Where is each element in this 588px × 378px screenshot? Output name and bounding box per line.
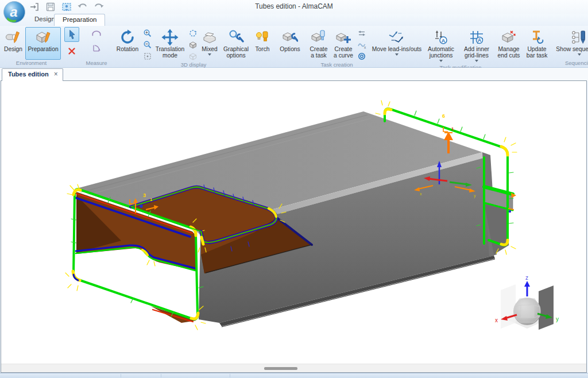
group-caption-selection (64, 60, 79, 67)
svg-text:a: a (10, 4, 17, 20)
group-caption-environment: Environment (2, 60, 61, 67)
horizontal-scrollbar[interactable] (1, 364, 586, 372)
zoom-fit-button[interactable] (142, 51, 153, 61)
preparation-box-pen-icon (34, 29, 52, 46)
curve-function-button[interactable]: x (356, 40, 367, 50)
rotation-button[interactable]: Rotation (114, 27, 141, 61)
dropdown-arrow-icon (475, 60, 478, 64)
rotation-icon (119, 29, 136, 46)
box-wrench-icon (282, 29, 298, 46)
ribbon-group-measure: Measure (82, 26, 111, 67)
graphical-options-label: Graphical options (222, 46, 250, 59)
dropdown-arrow-icon (395, 53, 399, 57)
lead-number-left: 3 (143, 192, 146, 198)
order-number-left: 1 (150, 197, 152, 202)
lead-number-right: 6 (442, 113, 445, 119)
move-lead-ins-outs-button[interactable]: Move lead-ins/outs (370, 27, 423, 64)
circle-target-button[interactable] (356, 51, 367, 61)
torch-button[interactable]: Torch (252, 27, 273, 61)
gizmo-z-label: z (525, 275, 528, 281)
automatic-junctions-button[interactable]: A Automatic junctions (424, 27, 458, 64)
status-separator (121, 374, 121, 377)
create-curve-button[interactable]: Create a curve (331, 27, 355, 61)
view-solid-mode-button[interactable] (187, 40, 198, 50)
lead-in-out-arrows-icon (387, 29, 407, 46)
document-tab-label: Tubes edition (8, 71, 49, 81)
dropdown-arrow-icon (578, 53, 581, 57)
viewport-3d[interactable]: 3 1 (1, 80, 587, 373)
update-bar-task-label: Update bar task (524, 46, 550, 59)
window-title: Tubes edition - AlmaCAM (0, 2, 588, 10)
torch-icon (255, 29, 270, 46)
select-cursor-button[interactable] (64, 27, 79, 42)
manage-end-cuts-label: Manage end cuts (496, 46, 521, 59)
design-tube-pen-icon (5, 29, 21, 46)
options-button[interactable]: Options (277, 27, 303, 60)
design-environment-label: Design (3, 46, 24, 52)
zoom-out-button[interactable] (142, 40, 153, 50)
measure-distance-icon (91, 28, 102, 38)
status-separator (230, 374, 230, 377)
create-curve-label: Create a curve (332, 46, 354, 59)
mixed-display-button[interactable]: Mixed (199, 27, 220, 61)
show-sequencing-button[interactable]: Show sequencing (554, 27, 588, 60)
document-tab-strip: Tubes edition × (0, 68, 588, 81)
ribbon-group-environment: Design Preparation Environment (1, 26, 61, 67)
view-rotate-mode-button[interactable] (187, 28, 198, 38)
grid-lines-icon: A (469, 29, 485, 46)
render-mode-column (187, 27, 198, 61)
create-task-label: Create a task (308, 46, 330, 59)
add-inner-grid-lines-button[interactable]: A Add inner grid-lines (459, 27, 494, 64)
delete-selection-button[interactable] (64, 44, 79, 59)
cursor-icon (66, 29, 78, 40)
task-creation-tools-column: x (356, 27, 367, 61)
zoom-in-button[interactable] (142, 28, 153, 38)
beam-refresh-icon (529, 29, 545, 46)
group-caption-sequencing: Sequencing (554, 60, 588, 67)
group-caption-measure: Measure (83, 60, 110, 67)
view-cube-gizmo[interactable]: z x y (495, 275, 559, 330)
application-window: Tubes edition - AlmaCAM a Design Prepara… (0, 0, 588, 378)
box-plus-icon (335, 29, 351, 46)
document-tab-tubes-edition[interactable]: Tubes edition × (2, 68, 63, 81)
translation-mode-label: Translation mode (154, 46, 185, 59)
design-environment-button[interactable]: Design (2, 27, 25, 60)
view-ghost-mode-button[interactable] (187, 51, 198, 61)
ribbon-tab-strip: Design Preparation (0, 14, 588, 26)
almacam-logo[interactable]: a (3, 1, 26, 24)
show-sequencing-label: Show sequencing (555, 46, 588, 52)
gizmo-x-label: x (495, 317, 498, 323)
preparation-environment-button[interactable]: Preparation (25, 27, 61, 60)
close-tab-icon[interactable]: × (54, 71, 58, 81)
box-end-cuts-icon (501, 29, 517, 46)
update-bar-task-button[interactable]: Update bar task (523, 27, 551, 64)
status-bar (0, 373, 588, 378)
junction-arrows-icon: A (434, 29, 448, 46)
mixed-label: Mixed (200, 46, 219, 52)
preparation-environment-label: Preparation (26, 46, 60, 52)
svg-text:A: A (442, 38, 446, 44)
automatic-junctions-label: Automatic junctions (425, 46, 457, 59)
sequencing-nodes-pen-icon (571, 29, 588, 46)
mixed-box-icon (202, 29, 217, 46)
graphical-options-button[interactable]: Graphical options (221, 27, 251, 61)
measure-angle-button[interactable] (90, 41, 103, 54)
translation-arrows-icon (161, 29, 179, 46)
measure-distance-button[interactable] (90, 27, 103, 40)
manage-end-cuts-button[interactable]: Manage end cuts (495, 27, 523, 64)
delete-x-icon (67, 46, 77, 56)
group-caption-options (277, 60, 303, 67)
measure-angle-icon (91, 42, 102, 53)
status-separator (161, 374, 161, 377)
ribbon-tab-preparation[interactable]: Preparation (54, 14, 105, 26)
reverse-direction-button[interactable] (356, 28, 367, 38)
ribbon-group-task-modification: Move lead-ins/outs A Automatic junctions… (370, 26, 551, 67)
ribbon-group-options: Options (276, 26, 304, 67)
create-task-button[interactable]: Create a task (307, 27, 331, 61)
tube-model-scene[interactable]: 3 1 (1, 81, 586, 364)
zoom-tools-column (142, 27, 153, 61)
add-inner-grid-lines-label: Add inner grid-lines (460, 46, 493, 59)
translation-mode-button[interactable]: Translation mode (153, 27, 187, 61)
box-tool-icon (311, 29, 327, 46)
scrollbar-thumb[interactable] (264, 367, 297, 370)
